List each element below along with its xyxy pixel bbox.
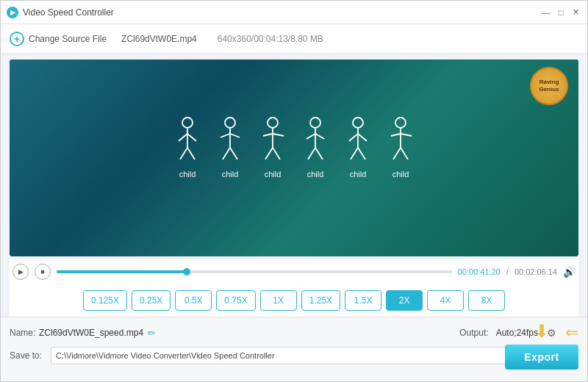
current-time: 00:00:41.20 (458, 267, 501, 276)
change-source-label: Change Source File (29, 34, 107, 44)
svg-line-14 (263, 134, 273, 136)
app-title: Video Speed Controller (23, 7, 540, 18)
svg-point-30 (395, 118, 406, 128)
file-meta: 640x360/00:04:13/8.80 MB (218, 34, 323, 44)
svg-line-9 (230, 134, 240, 137)
stick-figure-svg (173, 115, 202, 167)
svg-line-29 (358, 148, 365, 159)
speed-8-button[interactable]: 8X (468, 290, 505, 311)
speed-4-button[interactable]: 4X (427, 290, 464, 311)
output-label: Output: (459, 328, 488, 338)
window-controls: — □ ✕ (540, 7, 581, 18)
video-area: RavingGenius child (10, 60, 578, 256)
stick-figure-svg (258, 115, 287, 167)
speed-2-button[interactable]: 2X (386, 290, 423, 311)
speed-075-button[interactable]: 0.75X (216, 290, 255, 311)
raving-genius-logo: RavingGenius (530, 67, 568, 105)
speed-05-button[interactable]: 0.5X (175, 290, 212, 311)
svg-point-18 (310, 118, 320, 128)
svg-line-3 (187, 134, 196, 141)
svg-line-2 (179, 134, 187, 141)
play-button[interactable]: ▶ (12, 264, 29, 280)
save-to-label: Save to: (10, 350, 45, 361)
bottom-bar: Name: ZCl69dVtW0E_speed.mp4 ✏ Output: Au… (1, 317, 587, 381)
figure-label: child (350, 170, 367, 179)
save-row: Save to: C:\Vidmore\Vidmore Video Conver… (10, 347, 578, 364)
speed-1-button[interactable]: 1X (260, 290, 297, 311)
figure-label: child (222, 170, 239, 179)
svg-line-23 (315, 148, 323, 159)
speed-bar: 0.125X 0.25X 0.5X 0.75X 1X 1.25X 1.5X 2X… (10, 284, 578, 317)
svg-point-0 (182, 118, 193, 128)
svg-point-12 (268, 118, 278, 128)
close-button[interactable]: ✕ (570, 7, 581, 18)
progress-thumb (183, 268, 190, 275)
svg-line-8 (220, 134, 230, 137)
change-source-button[interactable]: + Change Source File (10, 32, 107, 46)
time-separator: / (506, 267, 509, 276)
svg-line-35 (401, 148, 408, 159)
svg-line-4 (180, 148, 187, 159)
stick-figure-svg (386, 115, 415, 167)
toolbar: + Change Source File ZCl69dVtW0E.mp4 640… (1, 24, 587, 54)
svg-line-26 (349, 134, 358, 141)
volume-icon[interactable]: 🔊 (563, 266, 576, 278)
stick-figure-svg (215, 115, 245, 167)
svg-line-21 (315, 134, 324, 139)
svg-line-11 (230, 148, 237, 159)
progress-fill (57, 270, 187, 273)
video-canvas: RavingGenius child (10, 60, 578, 256)
speed-025-button[interactable]: 0.25X (132, 290, 171, 311)
figures-container: child child (173, 115, 415, 201)
svg-line-32 (391, 134, 401, 136)
stop-button[interactable]: ■ (35, 264, 51, 280)
export-section: ⬇ Export (505, 321, 578, 370)
svg-line-17 (273, 148, 280, 159)
app-icon: ▶ (7, 7, 18, 18)
total-time: 00:02:06.14 (514, 267, 557, 276)
speed-0125-button[interactable]: 0.125X (83, 290, 127, 311)
file-name: ZCl69dVtW0E.mp4 (121, 34, 197, 44)
svg-line-33 (401, 134, 412, 136)
speed-15-button[interactable]: 1.5X (345, 290, 381, 311)
stick-figure-svg (343, 115, 373, 167)
figure-label: child (179, 170, 196, 179)
maximize-button[interactable]: □ (555, 7, 567, 18)
figure-1: child (173, 115, 202, 179)
add-icon: + (10, 32, 24, 46)
figure-6: child (386, 115, 415, 179)
stick-figure-svg (301, 115, 330, 167)
figure-label: child (265, 170, 282, 179)
svg-line-34 (393, 148, 401, 159)
figure-4: child (301, 115, 330, 179)
arrow-down-icon: ⬇ (534, 321, 549, 342)
svg-point-6 (225, 118, 235, 128)
playback-bar: ▶ ■ 00:00:41.20 / 00:02:06.14 🔊 (10, 259, 578, 284)
output-filename: ZCl69dVtW0E_speed.mp4 (39, 328, 143, 338)
save-path-display: C:\Vidmore\Vidmore Video Converter\Video… (51, 347, 523, 364)
svg-line-28 (351, 148, 358, 159)
figure-label: child (392, 170, 409, 179)
svg-line-16 (265, 148, 273, 159)
export-button[interactable]: Export (505, 345, 578, 370)
minimize-button[interactable]: — (540, 7, 552, 18)
name-label: Name: (10, 328, 36, 338)
svg-line-20 (306, 134, 315, 139)
edit-icon[interactable]: ✏ (148, 328, 156, 339)
svg-line-22 (308, 148, 315, 159)
svg-point-24 (353, 118, 363, 128)
save-path-text: C:\Vidmore\Vidmore Video Converter\Video… (56, 351, 275, 360)
figure-label: child (307, 170, 324, 179)
figure-5: child (343, 115, 373, 179)
svg-line-27 (358, 134, 367, 141)
figure-3: child (258, 115, 287, 179)
title-bar: ▶ Video Speed Controller — □ ✕ (1, 1, 587, 24)
svg-line-5 (187, 148, 195, 159)
progress-track[interactable] (57, 270, 452, 273)
svg-line-15 (273, 134, 284, 136)
svg-line-10 (223, 148, 230, 159)
speed-125-button[interactable]: 1.25X (301, 290, 340, 311)
figure-2: child (215, 115, 245, 179)
